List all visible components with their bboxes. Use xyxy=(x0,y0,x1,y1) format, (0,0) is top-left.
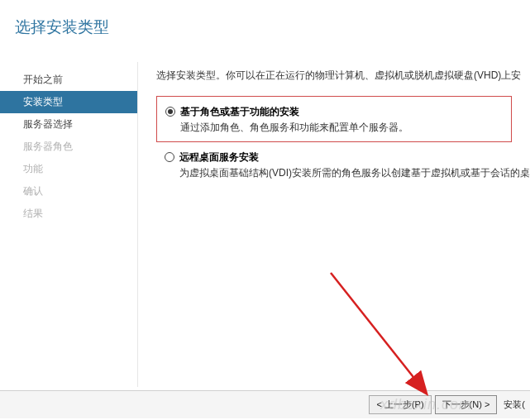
main-panel: 选择安装类型。你可以在正在运行的物理计算机、虚拟机或脱机虚拟硬盘(VHD)上安 … xyxy=(138,62,530,387)
sidebar-item-server-select[interactable]: 服务器选择 xyxy=(0,113,137,136)
content-area: 开始之前 安装类型 服务器选择 服务器角色 功能 确认 结果 选择安装类型。你可… xyxy=(0,62,530,387)
option-role-based[interactable]: 基于角色或基于功能的安装 通过添加角色、角色服务和功能来配置单个服务器。 xyxy=(156,96,512,142)
option-remote-desktop[interactable]: 远程桌面服务安装 为虚拟桌面基础结构(VDI)安装所需的角色服务以创建基于虚拟机… xyxy=(156,147,530,180)
intro-text: 选择安装类型。你可以在正在运行的物理计算机、虚拟机或脱机虚拟硬盘(VHD)上安 xyxy=(156,69,530,83)
footer: < 上一步(P) 下一步(N) > 安装( xyxy=(0,390,530,418)
prev-button[interactable]: < 上一步(P) xyxy=(369,395,431,414)
sidebar-item-before-start[interactable]: 开始之前 xyxy=(0,69,137,91)
sidebar-item-result: 结果 xyxy=(0,203,137,225)
sidebar-item-install-type[interactable]: 安装类型 xyxy=(0,91,137,113)
sidebar: 开始之前 安装类型 服务器选择 服务器角色 功能 确认 结果 xyxy=(0,62,138,387)
page-title: 选择安装类型 xyxy=(0,0,530,38)
option-desc-role-based: 通过添加角色、角色服务和功能来配置单个服务器。 xyxy=(180,121,503,135)
sidebar-item-features: 功能 xyxy=(0,158,137,180)
option-title-role-based: 基于角色或基于功能的安装 xyxy=(180,105,299,119)
option-desc-remote-desktop: 为虚拟桌面基础结构(VDI)安装所需的角色服务以创建基于虚拟机或基于会话的桌 xyxy=(179,166,530,180)
option-title-remote-desktop: 远程桌面服务安装 xyxy=(179,150,259,165)
install-button[interactable]: 安装( xyxy=(504,399,525,411)
sidebar-item-server-roles: 服务器角色 xyxy=(0,136,137,158)
radio-role-based[interactable] xyxy=(165,107,175,117)
sidebar-item-confirm: 确认 xyxy=(0,180,137,203)
next-button[interactable]: 下一步(N) > xyxy=(435,395,498,414)
radio-remote-desktop[interactable] xyxy=(165,152,174,162)
